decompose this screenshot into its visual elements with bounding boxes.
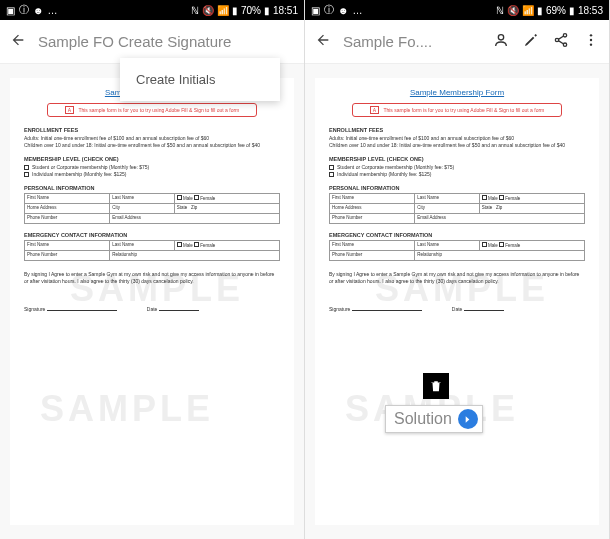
overflow-icon[interactable] [583,32,599,52]
watermark: SAMPLE [40,388,214,430]
hint-badge: A [65,106,74,114]
level-header: MEMBERSHIP LEVEL (CHECK ONE) [24,156,280,162]
document-viewport[interactable]: SAMPLE SAMPLE Sample Membership Form A T… [305,64,609,539]
back-icon[interactable] [315,32,331,52]
battery-text: 70% [241,5,261,16]
battery-icon: ▮ [264,5,270,16]
info-icon: ⓘ [324,3,334,17]
phone-left: ▣ ⓘ ☻ … ℕ 🔇 📶 ▮ 70% ▮ 18:51 Sample FO Cr… [0,0,305,539]
status-bar: ▣ ⓘ ☻ … ℕ 🔇 📶 ▮ 70% ▮ 18:51 [0,0,304,20]
agreement-text: By signing I Agree to enter a Sample Gym… [24,271,280,284]
doc-hint: A This sample form is for you to try usi… [352,103,562,117]
clock: 18:53 [578,5,603,16]
level-option-2[interactable]: Individual membership (Monthly fee: $125… [24,171,280,177]
enrollment-body: Adults: Initial one-time enrollment fee … [329,135,585,148]
trash-icon [429,379,443,393]
hint-text: This sample form is for you to try using… [78,107,239,113]
document: SAMPLE SAMPLE Sample Membership Form A T… [10,78,294,525]
wifi-icon: 📶 [217,5,229,16]
personal-table: First NameLast Name Male Female Home Add… [24,193,280,224]
phone-right: ▣ ⓘ ☻ … ℕ 🔇 📶 ▮ 69% ▮ 18:53 Sample Fo...… [305,0,610,539]
enrollment-header: ENROLLMENT FEES [24,127,280,133]
pen-icon[interactable] [523,32,539,52]
info-icon: ⓘ [19,3,29,17]
smile-icon: ☻ [33,5,44,16]
checkbox-icon[interactable] [329,172,334,177]
emergency-header: EMERGENCY CONTACT INFORMATION [24,232,280,238]
enrollment-header: ENROLLMENT FEES [329,127,585,133]
emergency-header: EMERGENCY CONTACT INFORMATION [329,232,585,238]
clock: 18:51 [273,5,298,16]
level-option-1[interactable]: Student or Corporate membership (Monthly… [329,164,585,170]
solution-annotation[interactable]: Solution [385,405,483,433]
signal-icon: ▮ [537,5,543,16]
svg-point-6 [590,43,592,45]
nfc-icon: ℕ [191,5,199,16]
share-icon[interactable] [553,32,569,52]
signature-row: Signature Date [24,306,280,312]
back-icon[interactable] [10,32,26,52]
gallery-icon: ▣ [6,5,15,16]
personal-header: PERSONAL INFORMATION [24,185,280,191]
svg-point-4 [590,34,592,36]
emergency-table: First NameLast Name Male Female Phone Nu… [24,240,280,261]
hint-badge: A [370,106,379,114]
document: SAMPLE SAMPLE Sample Membership Form A T… [315,78,599,525]
emergency-table: First NameLast Name Male Female Phone Nu… [329,240,585,261]
svg-point-0 [498,34,503,39]
gallery-icon: ▣ [311,5,320,16]
doc-hint: A This sample form is for you to try usi… [47,103,257,117]
solution-label: Solution [394,410,452,428]
app-title: Sample FO Create Signature [38,33,294,50]
more-icon: … [48,5,58,16]
signature-row: Signature Date [329,306,585,312]
profile-icon[interactable] [493,32,509,52]
create-initials-item[interactable]: Create Initials [136,72,264,87]
app-title: Sample Fo.... [343,33,481,50]
more-icon: … [353,5,363,16]
delete-button[interactable] [423,373,449,399]
enrollment-body: Adults: Initial one-time enrollment fee … [24,135,280,148]
document-viewport[interactable]: SAMPLE SAMPLE Sample Membership Form A T… [0,64,304,539]
agreement-text: By signing I Agree to enter a Sample Gym… [329,271,585,284]
checkbox-icon[interactable] [24,172,29,177]
level-option-1[interactable]: Student or Corporate membership (Monthly… [24,164,280,170]
level-option-2[interactable]: Individual membership (Monthly fee: $125… [329,171,585,177]
checkbox-icon[interactable] [329,165,334,170]
personal-header: PERSONAL INFORMATION [329,185,585,191]
battery-icon: ▮ [569,5,575,16]
arrow-right-icon[interactable] [458,409,478,429]
nfc-icon: ℕ [496,5,504,16]
mute-icon: 🔇 [507,5,519,16]
wifi-icon: 📶 [522,5,534,16]
signal-icon: ▮ [232,5,238,16]
svg-point-5 [590,38,592,40]
battery-text: 69% [546,5,566,16]
smile-icon: ☻ [338,5,349,16]
dropdown-menu: Create Initials [120,58,280,101]
level-header: MEMBERSHIP LEVEL (CHECK ONE) [329,156,585,162]
status-bar: ▣ ⓘ ☻ … ℕ 🔇 📶 ▮ 69% ▮ 18:53 [305,0,609,20]
checkbox-icon[interactable] [24,165,29,170]
hint-text: This sample form is for you to try using… [383,107,544,113]
personal-table: First NameLast Name Male Female Home Add… [329,193,585,224]
doc-title: Sample Membership Form [329,88,585,97]
app-bar: Sample Fo.... [305,20,609,64]
mute-icon: 🔇 [202,5,214,16]
